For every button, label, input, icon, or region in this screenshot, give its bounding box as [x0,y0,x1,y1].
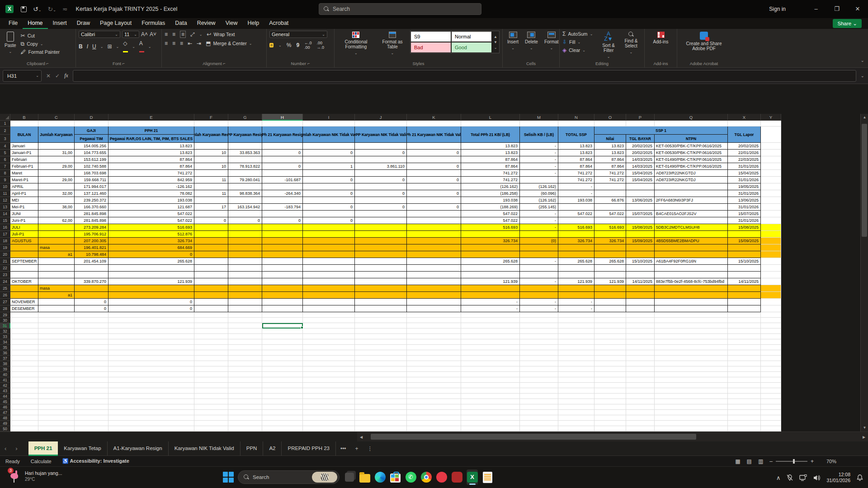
cell-K40[interactable] [407,372,461,377]
cell-J10[interactable] [355,183,407,190]
cell-D19[interactable]: 196.401.821 [75,244,108,251]
cell-K38[interactable] [407,361,461,366]
cell-C30[interactable] [38,318,75,323]
cell-Y41[interactable] [761,377,781,383]
cell-D34[interactable] [75,339,108,345]
cell-H39[interactable] [262,366,303,372]
cell-K39[interactable] [407,366,461,372]
cell-K41[interactable] [407,377,461,383]
wrap-text-button[interactable]: ↩Wrap Text [207,31,235,38]
cell-D13[interactable]: 166.370.660 [75,204,108,211]
header-O[interactable]: Nilai [594,135,626,143]
cell-X15[interactable]: 31/01/2026 [728,217,761,224]
cell-I30[interactable] [303,318,355,323]
cell-M4[interactable]: - [520,143,558,150]
cell-H30[interactable] [262,318,303,323]
cell-G34[interactable] [228,339,262,345]
cell-D23[interactable] [75,272,108,278]
cell-M37[interactable] [520,356,558,361]
cell-J33[interactable] [355,334,407,339]
cell-H32[interactable] [262,328,303,334]
cell-X22[interactable] [728,265,761,272]
cell-I40[interactable] [303,372,355,377]
cell-Y19[interactable] [761,244,781,251]
cell-H43[interactable] [262,388,303,394]
cell-G4[interactable] [228,143,262,150]
cell-M12[interactable]: (126.162) [520,197,558,204]
cell-K16[interactable] [407,224,461,231]
cell-Y38[interactable] [761,361,781,366]
cell-D42[interactable] [75,383,108,388]
cell-Q12[interactable]: 2FF6A683N6I3P3FJ [655,197,728,204]
cell-O18[interactable]: 326.734 [594,238,626,244]
cell-D14[interactable]: 281.845.898 [75,211,108,217]
cell-F40[interactable] [194,372,228,377]
column-header-K[interactable]: K [407,114,461,121]
cell-M39[interactable] [520,366,558,372]
cell-I39[interactable] [303,366,355,372]
cell-G46[interactable] [228,404,262,410]
merge-center-button[interactable]: ⬒Merge & Center ⌄ [206,40,252,47]
cell-B34[interactable] [10,339,38,345]
cell-M15[interactable]: - [520,217,558,224]
cell-K37[interactable] [407,356,461,361]
cell-M7[interactable]: - [520,163,558,170]
cell-C37[interactable] [38,356,75,361]
row-number-34[interactable]: 34 [0,339,10,345]
cell-J41[interactable] [355,377,407,383]
cell-J22[interactable] [355,265,407,272]
cell-E46[interactable] [108,404,194,410]
format-painter-button[interactable]: 🖉Format Painter [21,49,60,55]
cell-J35[interactable] [355,345,407,350]
sheet-tab-pph-21[interactable]: PPH 21 [28,441,58,456]
cell-Y17[interactable] [761,231,781,238]
cell-E25[interactable] [108,285,194,292]
cell-X29[interactable] [728,312,761,318]
status-accessibility[interactable]: ♿ Accessibility: Investigate [57,458,135,464]
cell-P45[interactable] [626,399,655,404]
cell-N42[interactable] [558,383,594,388]
cell-Y49[interactable] [761,421,781,426]
cell-J26[interactable] [355,292,407,299]
cell-H7[interactable]: 0 [262,163,303,170]
cell-G5[interactable]: 33.853.363 [228,150,262,156]
cell-J14[interactable] [355,211,407,217]
cell-M41[interactable] [520,377,558,383]
cell-X18[interactable]: 15/09/2025 [728,238,761,244]
row-number-9[interactable]: 9 [0,177,10,183]
cell-O23[interactable] [594,272,626,278]
cell-X20[interactable] [728,251,761,258]
cell-D28[interactable]: 0 [75,305,108,312]
cell-E20[interactable]: 0 [108,251,194,258]
row-number-29[interactable]: 29 [0,312,10,318]
cell-E48[interactable] [108,415,194,421]
cell-P12[interactable]: 13/06/2025 [626,197,655,204]
header-E-bottom[interactable]: Pegawai RAR,OS LAIN, TIM, PIM, BTS SALES [108,135,194,143]
cell-Q15[interactable] [655,217,728,224]
cell-H29[interactable] [262,312,303,318]
cell-P27[interactable] [626,299,655,305]
grow-font-icon[interactable]: A˄ [141,31,148,38]
task-view-button[interactable] [344,469,355,485]
cell-M36[interactable] [520,350,558,356]
cell-Q48[interactable] [655,415,728,421]
cell-G43[interactable] [228,388,262,394]
cell-K14[interactable] [407,211,461,217]
cell-I4[interactable] [303,143,355,150]
cell-F37[interactable] [194,356,228,361]
cell-K6[interactable] [407,156,461,163]
cell-J7[interactable]: 3.861.110 [355,163,407,170]
cell-J9[interactable]: 0 [355,177,407,183]
cell-J49[interactable] [355,421,407,426]
column-header-X[interactable]: X [728,114,761,121]
cell-B10[interactable]: APRIL [10,183,38,190]
cell-K17[interactable] [407,231,461,238]
cell-D10[interactable]: 171.994.017 [75,183,108,190]
cell-J30[interactable] [355,318,407,323]
cell-M5[interactable]: - [520,150,558,156]
cell-P23[interactable] [626,272,655,278]
whatsapp-icon[interactable]: ✆ [405,469,416,485]
cell-C46[interactable] [38,404,75,410]
notifications-bell-icon[interactable] [856,474,863,481]
cell-X9[interactable]: 31/01/2026 [728,177,761,183]
